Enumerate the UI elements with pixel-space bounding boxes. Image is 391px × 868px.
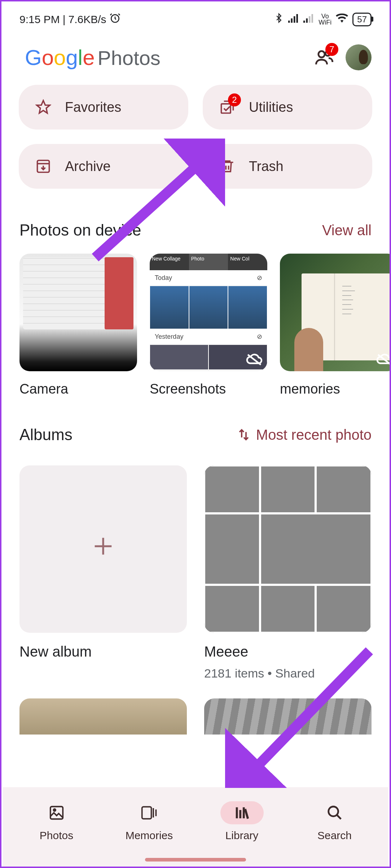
- utilities-icon: 2: [219, 99, 235, 115]
- nav-library[interactable]: Library: [210, 801, 274, 842]
- screenshots-thumbnail: New CollagePhotoNew Col Today⊘ Yesterday…: [150, 254, 267, 371]
- alarm-icon: [109, 12, 121, 26]
- svg-point-1: [318, 51, 325, 57]
- archive-icon: [35, 158, 51, 174]
- cloud-off-icon: [246, 352, 263, 367]
- svg-point-8: [53, 809, 56, 811]
- utilities-badge: 2: [228, 93, 241, 106]
- photos-on-device-header: Photos on device View all: [1, 192, 390, 250]
- trash-chip[interactable]: Trash: [203, 144, 372, 189]
- plus-icon: [91, 534, 116, 565]
- battery-indicator: 57: [352, 13, 372, 26]
- sharing-button[interactable]: 7: [313, 47, 335, 68]
- album-card[interactable]: [204, 698, 372, 735]
- photos-icon: [48, 805, 65, 821]
- quick-actions: Favorites 2 Utilities Archive Trash: [1, 81, 390, 192]
- camera-thumbnail: [19, 254, 137, 371]
- nav-photos-label: Photos: [40, 829, 73, 842]
- trash-label: Trash: [249, 159, 284, 174]
- status-bar: 9:15 PM | 7.6KB/s Vo WiFi 57: [1, 1, 390, 34]
- home-indicator[interactable]: [145, 858, 246, 862]
- sharing-badge: 7: [325, 43, 338, 56]
- nav-photos[interactable]: Photos: [24, 801, 89, 842]
- albums-sort-label: Most recent photo: [256, 427, 372, 443]
- utilities-chip[interactable]: 2 Utilities: [203, 85, 372, 130]
- memories-icon: [141, 805, 158, 821]
- albums-header: Albums Most recent photo: [1, 397, 390, 455]
- device-folder-memories[interactable]: ━━━━━━━━━━━━━━━━━━━━━━━━━━━━━━━━━━━━━━━ …: [280, 254, 390, 397]
- logo-google-word: Google: [25, 45, 95, 70]
- svg-rect-3: [221, 104, 231, 113]
- album-subtitle: 2181 items • Shared: [204, 666, 372, 680]
- album-card[interactable]: [19, 698, 187, 735]
- album-card[interactable]: Meeee 2181 items • Shared: [204, 465, 372, 680]
- status-data-rate: 7.6KB/s: [69, 13, 106, 26]
- nav-memories-label: Memories: [126, 829, 173, 842]
- nav-search-label: Search: [317, 829, 352, 842]
- device-folder-camera[interactable]: Camera: [19, 254, 137, 397]
- albums-title: Albums: [19, 426, 73, 444]
- status-right: Vo WiFi 57: [274, 13, 372, 26]
- view-all-link[interactable]: View all: [322, 222, 372, 238]
- svg-point-10: [328, 807, 338, 816]
- search-icon: [326, 805, 343, 821]
- svg-rect-9: [142, 807, 151, 819]
- nav-library-label: Library: [225, 829, 259, 842]
- albums-peek-row: [1, 680, 390, 735]
- trash-icon: [219, 158, 235, 174]
- nav-search[interactable]: Search: [302, 801, 367, 842]
- google-photos-logo: Google Photos: [25, 45, 161, 70]
- photos-on-device-title: Photos on device: [19, 221, 141, 239]
- new-album-card[interactable]: New album: [19, 465, 187, 680]
- bluetooth-icon: [274, 13, 284, 26]
- device-folder-screenshots[interactable]: New CollagePhotoNew Col Today⊘ Yesterday…: [150, 254, 267, 397]
- cloud-off-icon: [376, 352, 390, 367]
- signal-1-icon: [288, 13, 299, 26]
- favorites-label: Favorites: [65, 100, 121, 115]
- screenshots-label: Screenshots: [150, 381, 267, 397]
- new-album-label: New album: [19, 644, 187, 660]
- nav-memories[interactable]: Memories: [117, 801, 182, 842]
- memories-label: memories: [280, 381, 390, 397]
- library-icon: [234, 805, 250, 821]
- archive-label: Archive: [65, 159, 111, 174]
- album-thumb: [204, 465, 372, 633]
- photos-on-device-strip[interactable]: Camera New CollagePhotoNew Col Today⊘ Ye…: [1, 250, 390, 397]
- app-header: Google Photos 7: [1, 34, 390, 81]
- signal-2-icon: [303, 13, 314, 26]
- sort-arrows-icon: [237, 428, 250, 441]
- memories-thumbnail: ━━━━━━━━━━━━━━━━━━━━━━━━━━━━━━━━━━━━━━━: [280, 254, 390, 371]
- new-album-thumb: [19, 465, 187, 633]
- albums-grid: New album Meeee 2181 items • Shared: [1, 455, 390, 680]
- vowifi-indicator: Vo WiFi: [318, 13, 331, 25]
- logo-photos-word: Photos: [98, 46, 161, 70]
- album-title: Meeee: [204, 644, 372, 660]
- archive-chip[interactable]: Archive: [19, 144, 188, 189]
- camera-label: Camera: [19, 381, 137, 397]
- status-time: 9:15 PM: [19, 13, 60, 26]
- favorites-chip[interactable]: Favorites: [19, 85, 188, 130]
- wifi-icon: [336, 13, 348, 26]
- status-left: 9:15 PM | 7.6KB/s: [19, 12, 121, 26]
- svg-rect-7: [50, 807, 63, 819]
- profile-avatar[interactable]: [346, 44, 372, 70]
- star-icon: [35, 99, 51, 115]
- bottom-navigation: Photos Memories Library Search: [3, 787, 388, 867]
- status-sep: |: [63, 13, 66, 26]
- albums-sort-button[interactable]: Most recent photo: [237, 427, 372, 443]
- utilities-label: Utilities: [249, 100, 293, 115]
